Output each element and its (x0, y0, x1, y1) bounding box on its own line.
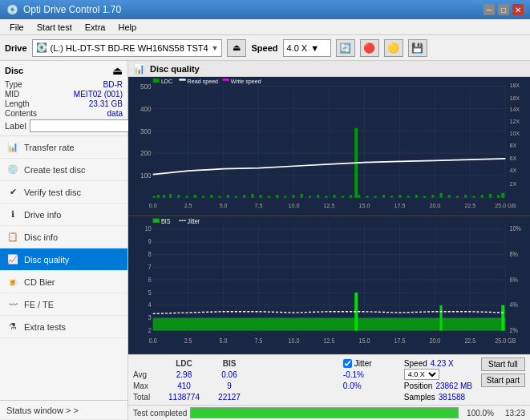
refresh-button[interactable]: 🔄 (336, 39, 355, 57)
svg-text:17.5: 17.5 (394, 337, 405, 345)
maximize-button[interactable]: □ (498, 4, 509, 15)
speed-selector[interactable]: 4.0 X ▼ (283, 39, 331, 57)
panel-title: Disc quality (150, 64, 200, 74)
menu-file[interactable]: File (3, 21, 30, 34)
status-section: Status window > > (0, 400, 127, 420)
drive-icon: 💽 (36, 42, 47, 53)
panel-icon: 📊 (133, 63, 145, 75)
menu-extra[interactable]: Extra (79, 21, 112, 34)
svg-rect-79 (440, 193, 443, 198)
svg-text:7.5: 7.5 (255, 202, 263, 210)
svg-rect-81 (456, 196, 459, 197)
menu-help[interactable]: Help (111, 21, 143, 34)
svg-text:200: 200 (140, 149, 152, 158)
jitter-checkbox[interactable] (343, 359, 352, 368)
svg-rect-55 (251, 194, 253, 198)
svg-rect-62 (309, 196, 311, 197)
svg-rect-76 (415, 195, 418, 197)
svg-rect-64 (325, 196, 327, 197)
svg-text:2.5: 2.5 (184, 202, 192, 210)
minimize-button[interactable]: ─ (483, 4, 495, 15)
settings-button1[interactable]: 🔴 (360, 39, 379, 57)
samples-label: Samples (404, 393, 435, 402)
verify-disc-icon: ✔ (6, 186, 19, 199)
disc-eject-icon[interactable]: ⏏ (112, 64, 123, 77)
start-part-button[interactable]: Start part (481, 374, 525, 387)
svg-text:8: 8 (148, 250, 152, 258)
svg-text:20.0: 20.0 (429, 337, 440, 345)
titlebar: 💿 Opti Drive Control 1.70 ─ □ ✕ (0, 0, 530, 19)
window-controls: ─ □ ✕ (483, 4, 524, 15)
disc-mid-row: MID MEIT02 (001) (5, 90, 123, 99)
svg-text:17.5: 17.5 (394, 202, 405, 210)
disc-length-row: Length 23.31 GB (5, 99, 123, 108)
sidebar-item-disc-info[interactable]: 📋 Disc info (0, 226, 127, 248)
eject-button[interactable]: ⏏ (227, 39, 246, 57)
stats-row-container: Avg Max Total LDC 2.98 410 1138774 BIS 0… (133, 357, 525, 402)
svg-text:4X: 4X (509, 167, 516, 175)
position-label: Position (404, 382, 433, 390)
jitter-total-empty (343, 391, 399, 402)
settings-button2[interactable]: 🟡 (384, 39, 403, 57)
start-full-button[interactable]: Start full (481, 357, 525, 371)
svg-text:10.0: 10.0 (289, 337, 300, 345)
menu-start-test[interactable]: Start test (30, 21, 79, 34)
svg-rect-57 (268, 196, 270, 197)
disc-type-row: Type BD-R (5, 80, 123, 89)
svg-text:2X: 2X (509, 180, 516, 188)
bis-avg: 0.06 (209, 369, 249, 380)
disc-info-section: Disc ⏏ Type BD-R MID MEIT02 (001) Length… (0, 61, 127, 136)
svg-rect-53 (235, 196, 237, 197)
sidebar-item-extra-tests[interactable]: ⚗ Extra tests (0, 316, 127, 338)
disc-label-input[interactable] (30, 119, 136, 132)
drivebar: Drive 💽 (L:) HL-DT-ST BD-RE WH16NS58 TST… (0, 35, 530, 61)
svg-rect-45 (169, 194, 172, 198)
svg-rect-84 (481, 195, 483, 197)
speed-select[interactable]: 4.0 X (404, 369, 439, 380)
speed-arrow: ▼ (310, 43, 319, 53)
svg-text:500: 500 (140, 83, 152, 91)
svg-rect-43 (157, 195, 160, 197)
disc-quality-header: 📊 Disc quality (128, 61, 530, 77)
speed-col: Speed 4.23 X 4.0 X Position 23862 MB Sam… (404, 357, 476, 402)
drive-label: Drive (5, 43, 27, 53)
svg-rect-143 (153, 218, 160, 222)
disc-type-label: Type (5, 80, 22, 89)
svg-text:10X: 10X (509, 130, 520, 138)
sidebar-item-cd-bier[interactable]: 🍺 CD Bier (0, 271, 127, 293)
sidebar-item-verify-test-disc[interactable]: ✔ Verify test disc (0, 181, 127, 204)
svg-text:8%: 8% (509, 250, 518, 258)
sidebar-item-create-test-disc[interactable]: 💿 Create test disc (0, 159, 127, 181)
jitter-col: Jitter -0.1% 0.0% (343, 357, 399, 402)
disc-section-title: Disc (5, 66, 23, 75)
svg-text:22.5: 22.5 (464, 337, 475, 345)
svg-text:22.5: 22.5 (464, 202, 475, 210)
svg-rect-48 (194, 195, 196, 197)
sidebar-item-drive-info[interactable]: ℹ Drive info (0, 204, 127, 226)
svg-rect-141 (440, 305, 443, 330)
fe-te-icon: 〰 (6, 298, 19, 311)
svg-rect-139 (153, 317, 506, 330)
status-window-button[interactable]: Status window > > (0, 401, 127, 420)
menubar: File Start test Extra Help (0, 19, 530, 35)
svg-text:100: 100 (140, 172, 152, 180)
svg-rect-61 (301, 194, 303, 198)
svg-text:25.0 GB: 25.0 GB (495, 202, 516, 210)
svg-rect-49 (202, 196, 204, 197)
close-button[interactable]: ✕ (512, 4, 524, 15)
drive-dropdown-arrow: ▼ (212, 44, 219, 52)
drive-selector[interactable]: 💽 (L:) HL-DT-ST BD-RE WH16NS58 TST4 ▼ (32, 39, 223, 57)
save-button[interactable]: 💾 (408, 39, 427, 57)
drive-value: (L:) HL-DT-ST BD-RE WH16NS58 TST4 (51, 43, 208, 53)
svg-rect-67 (350, 195, 352, 197)
sidebar-item-disc-quality[interactable]: 📈 Disc quality (0, 248, 127, 271)
speed-selector-row: 4.0 X (404, 369, 476, 380)
transfer-rate-icon: 📊 (6, 141, 19, 154)
sidebar: Disc ⏏ Type BD-R MID MEIT02 (001) Length… (0, 61, 128, 420)
sidebar-item-transfer-rate[interactable]: 📊 Transfer rate (0, 136, 127, 159)
bis-header: BIS (209, 357, 249, 369)
sidebar-item-fe-te[interactable]: 〰 FE / TE (0, 293, 127, 316)
charts-container: 500 400 300 200 100 18X 16X 14X 12X 10X … (128, 77, 530, 354)
svg-text:400: 400 (140, 104, 152, 113)
start-buttons: Start full Start part (481, 357, 525, 387)
